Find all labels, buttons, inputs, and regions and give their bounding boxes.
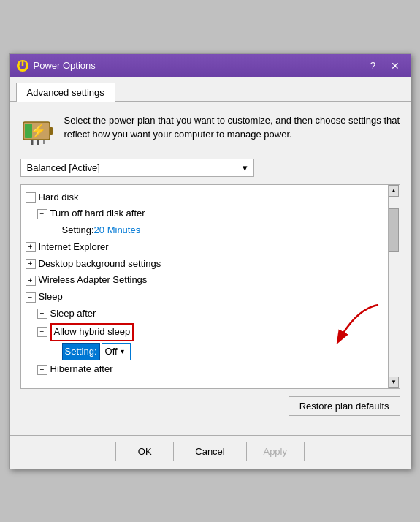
desktop-bg-label: Desktop background settings (39, 257, 161, 272)
hybrid-sleep-label: Allow hybrid sleep (50, 323, 134, 341)
sleep-label: Sleep (39, 290, 63, 305)
scrollbar-down-arrow[interactable]: ▼ (389, 377, 399, 388)
power-options-window: Power Options ? ✕ Advanced settings ⚡ (9, 53, 411, 469)
tree-item-hybrid-sleep[interactable]: − Allow hybrid sleep (24, 322, 385, 342)
scrollbar-up-arrow[interactable]: ▲ (389, 185, 399, 197)
ok-button[interactable]: OK (115, 442, 174, 461)
close-button[interactable]: ✕ (386, 58, 405, 73)
turn-off-hdd-label: Turn off hard disk after (50, 206, 145, 222)
advanced-settings-tab[interactable]: Advanced settings (16, 83, 115, 102)
description-text: Select the power plan that you want to c… (64, 113, 400, 142)
window-title: Power Options (34, 60, 364, 71)
action-buttons: OK Cancel Apply (10, 435, 411, 469)
description-area: ⚡ Select the power plan that you want to… (20, 113, 400, 148)
tree-content: − Hard disk − Turn off hard disk after S… (21, 185, 388, 388)
tree-item-hybrid-setting: Setting: Off ▾ (24, 342, 385, 362)
tree-item-ie[interactable]: + Internet Explorer (24, 239, 385, 256)
hdd-setting-label: Setting: (62, 223, 94, 238)
collapse-icon-hdd[interactable]: − (37, 209, 47, 219)
dropdown-arrow: ▾ (243, 162, 248, 173)
help-button[interactable]: ? (364, 58, 383, 73)
title-bar-controls: ? ✕ (364, 58, 405, 73)
tree-scrollbar[interactable]: ▲ ▼ (388, 185, 400, 388)
dropdown-value: Balanced [Active] (27, 162, 100, 173)
hibernate-label: Hibernate after (50, 362, 113, 377)
expand-icon-wireless[interactable]: + (26, 276, 36, 286)
hdd-setting-value[interactable]: 20 Minutes (94, 223, 141, 238)
battery-icon: ⚡ (20, 113, 56, 148)
hybrid-dropdown-arrow: ▾ (121, 346, 124, 358)
sleep-after-label: Sleep after (50, 306, 96, 322)
hybrid-setting-value: Off (105, 344, 118, 360)
tree-item-hard-disk[interactable]: − Hard disk (24, 189, 385, 206)
plan-dropdown-row: Balanced [Active] ▾ (20, 159, 400, 177)
cancel-button[interactable]: Cancel (180, 442, 240, 461)
tree-item-wireless[interactable]: + Wireless Adapter Settings (24, 272, 385, 289)
expand-icon-hibernate[interactable]: + (37, 365, 47, 375)
tree-item-hdd-setting: Setting: 20 Minutes (24, 222, 385, 239)
power-plan-dropdown[interactable]: Balanced [Active] ▾ (20, 159, 254, 177)
tree-item-sleep[interactable]: − Sleep (24, 289, 385, 306)
restore-row: Restore plan defaults (20, 396, 400, 416)
collapse-icon[interactable]: − (26, 192, 36, 203)
settings-tree: − Hard disk − Turn off hard disk after S… (20, 184, 400, 389)
restore-defaults-button[interactable]: Restore plan defaults (289, 396, 400, 416)
tree-item-sleep-after[interactable]: + Sleep after (24, 306, 385, 322)
hybrid-setting-label: Setting: (62, 343, 100, 361)
svg-rect-3 (50, 127, 53, 135)
wireless-label: Wireless Adapter Settings (39, 273, 148, 288)
tab-bar: Advanced settings (10, 77, 411, 102)
tree-item-desktop-bg[interactable]: + Desktop background settings (24, 256, 385, 273)
tree-item-hibernate[interactable]: + Hibernate after (24, 361, 385, 378)
expand-icon-sleep-after[interactable]: + (37, 309, 47, 319)
expand-icon-desktop[interactable]: + (26, 259, 36, 269)
scrollbar-thumb[interactable] (389, 208, 399, 252)
expand-icon-ie[interactable]: + (26, 242, 36, 252)
content-area: ⚡ Select the power plan that you want to… (10, 102, 411, 435)
title-bar: Power Options ? ✕ (10, 54, 411, 77)
hard-disk-label: Hard disk (39, 190, 79, 205)
collapse-icon-hybrid[interactable]: − (37, 327, 47, 337)
power-icon (16, 59, 29, 72)
collapse-icon-sleep[interactable]: − (26, 292, 36, 303)
tree-item-turn-off-hdd[interactable]: − Turn off hard disk after (24, 205, 385, 222)
apply-button[interactable]: Apply (246, 442, 305, 461)
hybrid-setting-dropdown[interactable]: Off ▾ (102, 343, 131, 361)
ie-label: Internet Explorer (39, 240, 109, 255)
svg-text:⚡: ⚡ (30, 123, 47, 139)
